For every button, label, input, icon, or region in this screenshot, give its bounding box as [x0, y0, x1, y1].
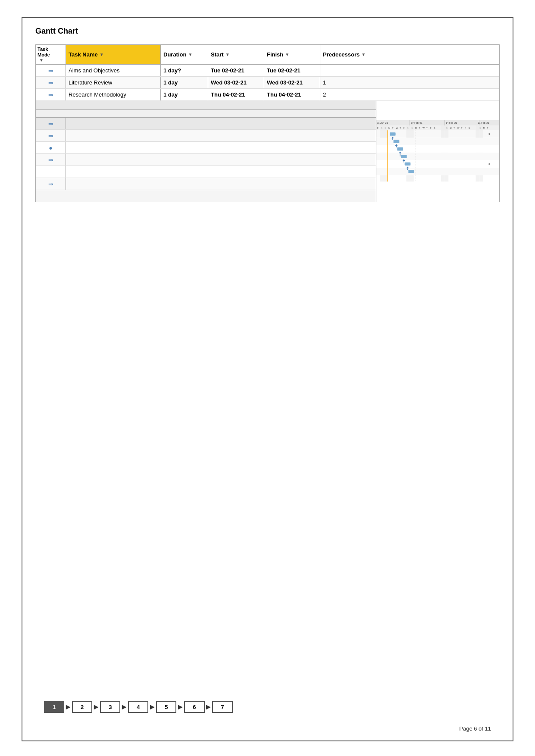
task-name-value-3: Research Methodology — [69, 91, 126, 98]
gantt-svg: 31 Jan '21 07 Feb '21 14 Feb '21 21 Feb … — [376, 101, 499, 200]
duration-value-1: 1 day? — [163, 67, 181, 74]
nav-item-5[interactable]: 5 — [156, 701, 176, 713]
auto-icon-4: ⇒ — [48, 120, 53, 127]
svg-rect-45 — [376, 145, 499, 153]
svg-text:T: T — [461, 128, 462, 130]
col-header-start[interactable]: Start ▼ — [208, 45, 264, 64]
gantt-visual-section: ⇒ ⇒ ● — [36, 101, 499, 202]
gantt-table: TaskMode ▼ Task Name ▼ Duration ▼ Start … — [35, 44, 500, 202]
nav-box-2[interactable]: 2 — [72, 701, 92, 713]
icon-row-8 — [36, 166, 376, 178]
gantt-chart-header-space — [376, 45, 499, 64]
duration-label: Duration — [163, 51, 186, 58]
nav-item-6[interactable]: 6 — [184, 701, 204, 713]
svg-rect-56 — [397, 147, 403, 150]
col-header-task-name[interactable]: Task Name ▼ — [66, 45, 161, 64]
duration-value-3: 1 day — [163, 91, 178, 98]
auto-schedule-icon-2: ⇒ — [48, 79, 53, 86]
predecessors-dropdown-icon[interactable]: ▼ — [361, 52, 366, 57]
svg-text:3: 3 — [488, 133, 490, 135]
task-name-cell-3: Research Methodology — [66, 89, 161, 100]
finish-value-1: Tue 02-02-21 — [267, 67, 300, 74]
finish-dropdown-icon[interactable]: ▼ — [285, 52, 289, 57]
nav-item-7[interactable]: 7 — [212, 701, 232, 713]
col-header-predecessors[interactable]: Predecessors ▼ — [320, 45, 376, 64]
svg-text:M: M — [450, 128, 451, 130]
date-header-row1 — [36, 101, 376, 110]
svg-rect-63 — [405, 162, 411, 166]
nav-item-4[interactable]: 4 — [128, 701, 148, 713]
svg-text:F: F — [430, 128, 432, 130]
duration-dropdown-icon[interactable]: ▼ — [188, 52, 192, 57]
nav-box-6[interactable]: 6 — [184, 701, 204, 713]
task-name-label: Task Name — [69, 51, 98, 58]
page-number: Page 6 of 11 — [459, 725, 491, 732]
svg-rect-48 — [376, 168, 499, 175]
nav-bar: 1 ► 2 ► 3 ► 4 ► 5 ► 6 ► 7 — [44, 699, 491, 715]
nav-box-3[interactable]: 3 — [100, 701, 120, 713]
svg-rect-51 — [390, 133, 396, 136]
icon-row-4: ⇒ — [36, 118, 376, 130]
col-header-finish[interactable]: Finish ▼ — [264, 45, 320, 64]
page-border: Gantt Chart TaskMode ▼ Task Name ▼ Durat… — [22, 17, 513, 741]
svg-text:M: M — [415, 128, 417, 130]
nav-box-5[interactable]: 5 — [156, 701, 176, 713]
nav-arrow-4-5: ► — [148, 703, 156, 712]
task-mode-cell-2: ⇒ — [36, 77, 66, 88]
start-dropdown-icon[interactable]: ▼ — [225, 52, 230, 57]
task-name-cell-2: Literature Review — [66, 77, 161, 88]
col-header-task-mode[interactable]: TaskMode ▼ — [36, 45, 66, 64]
nav-item-3[interactable]: 3 — [100, 701, 120, 713]
gantt-header-row: TaskMode ▼ Task Name ▼ Duration ▼ Start … — [36, 45, 499, 65]
auto-schedule-icon-1: ⇒ — [48, 67, 53, 74]
nav-arrow-1-2: ► — [64, 703, 72, 712]
svg-text:M: M — [483, 128, 485, 130]
auto-icon-7: ⇒ — [48, 156, 53, 163]
nav-arrow-2-3: ► — [92, 703, 100, 712]
task-name-dropdown-icon[interactable]: ▼ — [100, 52, 104, 57]
finish-label: Finish — [267, 51, 283, 58]
task-mode-dropdown-icon[interactable]: ▼ — [39, 58, 44, 62]
gantt-chart-visual: 31 Jan '21 07 Feb '21 14 Feb '21 21 Feb … — [376, 101, 499, 202]
nav-box-1[interactable]: 1 — [44, 701, 64, 713]
task-mode-icon-5: ⇒ — [36, 130, 66, 141]
svg-text:T: T — [419, 128, 420, 130]
svg-text:31 Jan '21: 31 Jan '21 — [377, 122, 388, 125]
nav-box-4[interactable]: 4 — [128, 701, 148, 713]
predecessors-value-2: 1 — [323, 79, 326, 86]
day-header-row — [36, 110, 376, 118]
nav-item-1[interactable]: 1 — [44, 701, 64, 713]
icon-row-7: ⇒ — [36, 154, 376, 166]
svg-rect-53 — [394, 140, 400, 143]
svg-text:M: M — [388, 128, 390, 130]
svg-text:21 Feb '21: 21 Feb '21 — [478, 122, 489, 125]
svg-text:F: F — [377, 128, 379, 130]
page: Gantt Chart TaskMode ▼ Task Name ▼ Durat… — [0, 0, 535, 756]
predecessors-value-3: 2 — [323, 91, 326, 98]
duration-cell-2: 1 day — [161, 77, 208, 88]
nav-box-7[interactable]: 7 — [212, 701, 232, 713]
start-cell-1: Tue 02-02-21 — [208, 65, 264, 76]
auto-icon-5: ⇒ — [48, 132, 53, 139]
page-footer: Page 6 of 11 — [459, 725, 491, 732]
task-name-cell-1: Aims and Objectives — [66, 65, 161, 76]
nav-item-2[interactable]: 2 — [72, 701, 92, 713]
start-value-1: Tue 02-02-21 — [211, 67, 244, 74]
task-mode-icon-9: ⇒ — [36, 178, 66, 190]
svg-rect-60 — [401, 155, 407, 158]
icon-row-9: ⇒ — [36, 178, 376, 190]
start-value-2: Wed 03-02-21 — [211, 79, 247, 86]
task-mode-cell-1: ⇒ — [36, 65, 66, 76]
svg-text:W: W — [457, 128, 460, 130]
finish-value-2: Wed 03-02-21 — [267, 79, 303, 86]
task-mode-icon-6: ● — [36, 142, 66, 153]
col-header-duration[interactable]: Duration ▼ — [161, 45, 208, 64]
start-cell-2: Wed 03-02-21 — [208, 77, 264, 88]
svg-text:W: W — [422, 128, 425, 130]
svg-text:W: W — [396, 128, 398, 130]
svg-rect-46 — [376, 153, 499, 160]
svg-text:07 Feb '21: 07 Feb '21 — [411, 122, 422, 125]
predecessors-cell-2: 1 — [320, 77, 376, 88]
task-name-value-2: Literature Review — [69, 79, 112, 86]
table-row: ⇒ Aims and Objectives 1 day? Tue 02-02-2… — [36, 65, 499, 77]
